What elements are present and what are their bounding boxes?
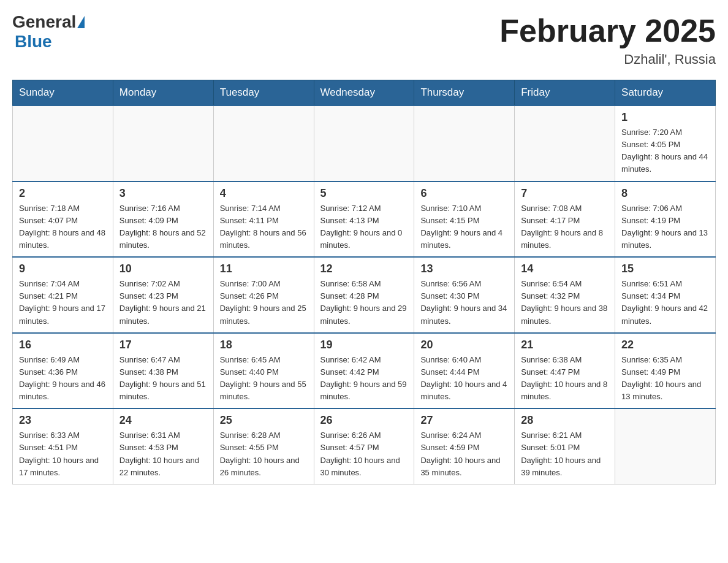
day-cell: 24Sunrise: 6:31 AM Sunset: 4:53 PM Dayli…	[113, 408, 213, 484]
day-info: Sunrise: 7:00 AM Sunset: 4:26 PM Dayligh…	[220, 278, 308, 327]
day-number: 18	[220, 339, 308, 351]
day-number: 15	[621, 262, 709, 275]
title-block: February 2025 Dzhalil', Russia	[499, 12, 716, 67]
day-number: 16	[19, 339, 107, 351]
day-number: 13	[420, 262, 508, 275]
day-info: Sunrise: 6:31 AM Sunset: 4:53 PM Dayligh…	[119, 429, 207, 479]
day-info: Sunrise: 6:24 AM Sunset: 4:59 PM Dayligh…	[420, 429, 508, 479]
day-number: 25	[220, 414, 308, 427]
location: Dzhalil', Russia	[499, 52, 716, 67]
day-info: Sunrise: 7:20 AM Sunset: 4:05 PM Dayligh…	[621, 126, 709, 176]
day-cell	[314, 105, 414, 182]
day-info: Sunrise: 6:42 AM Sunset: 4:42 PM Dayligh…	[320, 354, 408, 404]
day-info: Sunrise: 7:04 AM Sunset: 4:21 PM Dayligh…	[19, 278, 107, 327]
day-number: 7	[521, 187, 609, 200]
page-header: General Blue February 2025 Dzhalil', Rus…	[12, 12, 716, 67]
weekday-header-saturday: Saturday	[615, 80, 716, 106]
week-row-1: 1Sunrise: 7:20 AM Sunset: 4:05 PM Daylig…	[13, 105, 716, 182]
logo: General Blue	[12, 12, 85, 52]
day-cell: 2Sunrise: 7:18 AM Sunset: 4:07 PM Daylig…	[13, 182, 113, 258]
day-info: Sunrise: 7:14 AM Sunset: 4:11 PM Dayligh…	[220, 202, 308, 252]
day-number: 27	[420, 414, 508, 427]
day-number: 5	[320, 187, 408, 200]
weekday-header-wednesday: Wednesday	[314, 80, 414, 106]
day-cell: 27Sunrise: 6:24 AM Sunset: 4:59 PM Dayli…	[414, 408, 515, 484]
week-row-2: 2Sunrise: 7:18 AM Sunset: 4:07 PM Daylig…	[13, 182, 716, 258]
week-row-5: 23Sunrise: 6:33 AM Sunset: 4:51 PM Dayli…	[13, 408, 716, 484]
day-number: 22	[621, 339, 709, 351]
month-title: February 2025	[499, 12, 716, 49]
day-cell: 12Sunrise: 6:58 AM Sunset: 4:28 PM Dayli…	[314, 257, 414, 333]
day-info: Sunrise: 7:06 AM Sunset: 4:19 PM Dayligh…	[621, 202, 709, 252]
day-number: 28	[521, 414, 609, 427]
day-info: Sunrise: 6:40 AM Sunset: 4:44 PM Dayligh…	[420, 354, 508, 404]
day-number: 26	[320, 414, 408, 427]
day-number: 1	[621, 111, 709, 124]
weekday-header-sunday: Sunday	[13, 80, 113, 106]
calendar-table: SundayMondayTuesdayWednesdayThursdayFrid…	[12, 80, 716, 484]
day-number: 19	[320, 339, 408, 351]
day-cell: 20Sunrise: 6:40 AM Sunset: 4:44 PM Dayli…	[414, 333, 515, 409]
day-number: 14	[521, 262, 609, 275]
day-number: 23	[19, 414, 107, 427]
day-info: Sunrise: 6:38 AM Sunset: 4:47 PM Dayligh…	[521, 354, 609, 404]
day-info: Sunrise: 6:21 AM Sunset: 5:01 PM Dayligh…	[521, 429, 609, 479]
day-info: Sunrise: 6:54 AM Sunset: 4:32 PM Dayligh…	[521, 278, 609, 327]
day-cell: 9Sunrise: 7:04 AM Sunset: 4:21 PM Daylig…	[13, 257, 113, 333]
day-cell: 1Sunrise: 7:20 AM Sunset: 4:05 PM Daylig…	[615, 105, 716, 182]
day-cell: 22Sunrise: 6:35 AM Sunset: 4:49 PM Dayli…	[615, 333, 716, 409]
day-cell: 8Sunrise: 7:06 AM Sunset: 4:19 PM Daylig…	[615, 182, 716, 258]
day-cell: 19Sunrise: 6:42 AM Sunset: 4:42 PM Dayli…	[314, 333, 414, 409]
day-info: Sunrise: 6:33 AM Sunset: 4:51 PM Dayligh…	[19, 429, 107, 479]
day-cell: 3Sunrise: 7:16 AM Sunset: 4:09 PM Daylig…	[113, 182, 213, 258]
day-cell: 6Sunrise: 7:10 AM Sunset: 4:15 PM Daylig…	[414, 182, 515, 258]
day-info: Sunrise: 6:28 AM Sunset: 4:55 PM Dayligh…	[220, 429, 308, 479]
day-info: Sunrise: 7:10 AM Sunset: 4:15 PM Dayligh…	[420, 202, 508, 252]
weekday-header-tuesday: Tuesday	[213, 80, 314, 106]
day-info: Sunrise: 6:26 AM Sunset: 4:57 PM Dayligh…	[320, 429, 408, 479]
day-cell	[113, 105, 213, 182]
weekday-header-friday: Friday	[515, 80, 615, 106]
week-row-4: 16Sunrise: 6:49 AM Sunset: 4:36 PM Dayli…	[13, 333, 716, 409]
day-cell: 10Sunrise: 7:02 AM Sunset: 4:23 PM Dayli…	[113, 257, 213, 333]
day-number: 2	[19, 187, 107, 200]
day-cell: 23Sunrise: 6:33 AM Sunset: 4:51 PM Dayli…	[13, 408, 113, 484]
day-number: 10	[119, 262, 207, 275]
day-cell: 16Sunrise: 6:49 AM Sunset: 4:36 PM Dayli…	[13, 333, 113, 409]
day-info: Sunrise: 6:58 AM Sunset: 4:28 PM Dayligh…	[320, 278, 408, 327]
day-number: 4	[220, 187, 308, 200]
day-info: Sunrise: 7:12 AM Sunset: 4:13 PM Dayligh…	[320, 202, 408, 252]
day-info: Sunrise: 6:51 AM Sunset: 4:34 PM Dayligh…	[621, 278, 709, 327]
day-cell: 28Sunrise: 6:21 AM Sunset: 5:01 PM Dayli…	[515, 408, 615, 484]
day-info: Sunrise: 6:49 AM Sunset: 4:36 PM Dayligh…	[19, 354, 107, 404]
day-number: 21	[521, 339, 609, 351]
day-info: Sunrise: 6:35 AM Sunset: 4:49 PM Dayligh…	[621, 354, 709, 404]
day-cell: 13Sunrise: 6:56 AM Sunset: 4:30 PM Dayli…	[414, 257, 515, 333]
day-cell: 11Sunrise: 7:00 AM Sunset: 4:26 PM Dayli…	[213, 257, 314, 333]
day-cell	[615, 408, 716, 484]
day-cell: 15Sunrise: 6:51 AM Sunset: 4:34 PM Dayli…	[615, 257, 716, 333]
day-info: Sunrise: 7:08 AM Sunset: 4:17 PM Dayligh…	[521, 202, 609, 252]
day-number: 6	[420, 187, 508, 200]
day-info: Sunrise: 7:18 AM Sunset: 4:07 PM Dayligh…	[19, 202, 107, 252]
day-cell: 7Sunrise: 7:08 AM Sunset: 4:17 PM Daylig…	[515, 182, 615, 258]
day-cell	[414, 105, 515, 182]
day-info: Sunrise: 6:47 AM Sunset: 4:38 PM Dayligh…	[119, 354, 207, 404]
day-number: 3	[119, 187, 207, 200]
day-cell: 25Sunrise: 6:28 AM Sunset: 4:55 PM Dayli…	[213, 408, 314, 484]
day-cell: 18Sunrise: 6:45 AM Sunset: 4:40 PM Dayli…	[213, 333, 314, 409]
day-cell: 26Sunrise: 6:26 AM Sunset: 4:57 PM Dayli…	[314, 408, 414, 484]
day-number: 20	[420, 339, 508, 351]
day-cell: 5Sunrise: 7:12 AM Sunset: 4:13 PM Daylig…	[314, 182, 414, 258]
day-number: 9	[19, 262, 107, 275]
weekday-header-thursday: Thursday	[414, 80, 515, 106]
weekday-header-monday: Monday	[113, 80, 213, 106]
day-info: Sunrise: 6:56 AM Sunset: 4:30 PM Dayligh…	[420, 278, 508, 327]
day-number: 24	[119, 414, 207, 427]
logo-general: General	[12, 12, 76, 32]
day-number: 12	[320, 262, 408, 275]
day-info: Sunrise: 6:45 AM Sunset: 4:40 PM Dayligh…	[220, 354, 308, 404]
day-cell	[13, 105, 113, 182]
logo-blue: Blue	[15, 32, 52, 52]
day-number: 17	[119, 339, 207, 351]
